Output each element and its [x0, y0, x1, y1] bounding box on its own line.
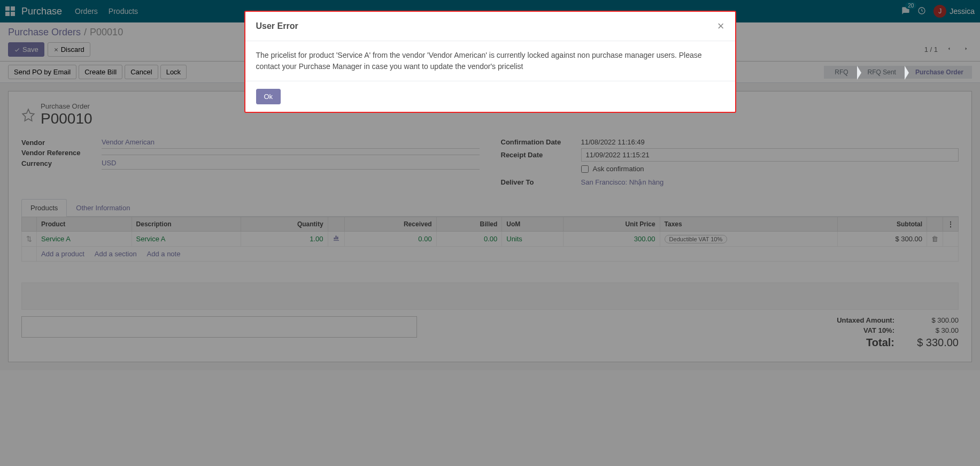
modal-backdrop[interactable]: User Error × The pricelist for product '…	[0, 0, 980, 370]
modal-ok-button[interactable]: Ok	[256, 89, 281, 104]
modal-body: The pricelist for product 'Service A' fr…	[245, 41, 735, 81]
modal-close-button[interactable]: ×	[717, 19, 724, 33]
modal-title: User Error	[256, 21, 298, 31]
error-modal: User Error × The pricelist for product '…	[244, 11, 736, 113]
